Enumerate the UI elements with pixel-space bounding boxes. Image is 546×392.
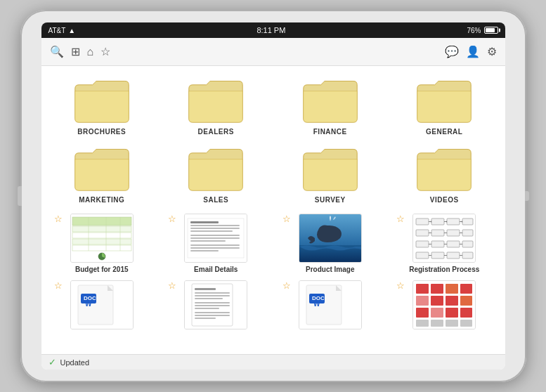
folder-marketing[interactable]: MARKETING: [48, 145, 156, 204]
svg-rect-37: [447, 230, 460, 236]
file-textdoc[interactable]: ☆: [162, 280, 270, 332]
file-doc1[interactable]: ☆ DOC W: [48, 280, 156, 332]
settings-icon[interactable]: ⚙: [487, 45, 497, 58]
file-name-product: Product Image: [306, 266, 354, 273]
svg-rect-21: [190, 250, 219, 251]
svg-rect-80: [431, 284, 443, 294]
folder-icon-sales: [188, 145, 244, 192]
folder-brochures[interactable]: BROCHURES: [48, 77, 156, 136]
svg-rect-70: [195, 312, 230, 313]
svg-rect-20: [190, 247, 240, 249]
folder-finance[interactable]: FINANCE: [277, 77, 384, 136]
svg-rect-2: [72, 226, 131, 232]
svg-rect-51: [447, 252, 460, 259]
folder-videos[interactable]: VIDEOS: [391, 145, 498, 204]
status-left: AT&T ▲: [48, 27, 76, 34]
svg-rect-13: [190, 225, 240, 226]
star-icon-registration[interactable]: ☆: [396, 214, 405, 224]
svg-rect-5: [72, 245, 131, 251]
battery-pct: 76%: [467, 27, 481, 34]
svg-rect-15: [190, 230, 233, 232]
star-icon-textdoc[interactable]: ☆: [168, 280, 176, 291]
svg-rect-69: [195, 308, 219, 309]
folder-label-sales: SALES: [203, 196, 228, 204]
folder-icon-videos: [416, 145, 472, 192]
file-calendar[interactable]: ☆: [391, 280, 498, 332]
file-email[interactable]: ☆: [162, 214, 270, 273]
file-product-image[interactable]: ☆: [277, 214, 384, 273]
carrier-label: AT&T: [48, 27, 66, 34]
svg-rect-49: [416, 252, 429, 259]
status-bar: AT&T ▲ 8:11 PM 76%: [41, 22, 505, 38]
svg-rect-82: [460, 284, 472, 294]
file-doc2[interactable]: ☆ DOC W: [277, 280, 384, 332]
home-icon[interactable]: ⌂: [87, 46, 94, 58]
ipad-screen: AT&T ▲ 8:11 PM 76% 🔍 ⊞ ⌂ ☆ 💬 👤 ⚙: [41, 22, 505, 370]
svg-rect-45: [462, 241, 473, 247]
people-icon[interactable]: 👤: [466, 45, 480, 58]
svg-rect-19: [190, 244, 240, 246]
folder-survey[interactable]: SURVEY: [277, 145, 384, 204]
toolbar-left: 🔍 ⊞ ⌂ ☆: [50, 45, 111, 58]
file-grid-row2: ☆ DOC W: [48, 280, 498, 332]
check-icon: ✓: [48, 357, 56, 367]
file-thumb-calendar: [412, 280, 476, 329]
svg-text:W: W: [85, 300, 92, 308]
file-thumb-textdoc: [184, 280, 247, 329]
volume-button[interactable]: [18, 186, 22, 206]
folder-icon-marketing: [74, 145, 130, 192]
svg-rect-36: [431, 230, 444, 236]
file-thumb-registration: [412, 214, 476, 263]
svg-rect-72: [195, 318, 216, 319]
folder-icon-finance: [302, 77, 358, 124]
svg-rect-87: [416, 308, 429, 318]
folder-dealers[interactable]: DEALERS: [162, 77, 270, 136]
star-icon-doc1[interactable]: ☆: [54, 280, 63, 291]
star-icon-calendar[interactable]: ☆: [396, 280, 405, 291]
svg-rect-94: [460, 320, 472, 327]
svg-rect-67: [195, 302, 230, 303]
folder-sales[interactable]: SALES: [162, 145, 270, 204]
svg-rect-93: [446, 320, 458, 327]
file-name-registration: Registration Process: [409, 266, 479, 273]
svg-rect-14: [190, 228, 240, 229]
folder-label-marketing: MARKETING: [79, 196, 124, 204]
search-icon[interactable]: 🔍: [50, 45, 64, 58]
svg-rect-43: [431, 241, 444, 247]
folder-icon-brochures: [74, 77, 130, 124]
file-name-email: Email Details: [194, 266, 238, 273]
bookmark-icon[interactable]: ☆: [100, 45, 110, 58]
folder-icon-dealers: [188, 77, 244, 124]
svg-rect-83: [416, 296, 429, 306]
folder-label-brochures: BROCHURES: [77, 128, 126, 136]
svg-rect-79: [416, 284, 429, 294]
folder-label-general: GENERAL: [426, 128, 462, 136]
star-icon-product[interactable]: ☆: [282, 214, 291, 224]
power-button[interactable]: [525, 191, 529, 201]
status-bottom-bar: ✓ Updated: [41, 354, 505, 370]
star-icon-email[interactable]: ☆: [168, 214, 176, 224]
svg-rect-88: [431, 308, 443, 318]
svg-rect-27: [447, 218, 460, 225]
folder-icon-general: [416, 77, 472, 124]
folder-general[interactable]: GENERAL: [391, 77, 498, 136]
wifi-icon: ▲: [68, 27, 75, 34]
chat-icon[interactable]: 💬: [445, 45, 459, 58]
svg-rect-84: [431, 296, 443, 306]
svg-rect-64: [195, 292, 230, 294]
svg-rect-17: [190, 237, 240, 239]
file-budget[interactable]: ☆: [48, 214, 156, 273]
svg-rect-65: [195, 295, 230, 296]
folder-label-survey: SURVEY: [315, 196, 346, 204]
svg-rect-3: [72, 233, 131, 238]
folder-label-finance: FINANCE: [313, 128, 347, 136]
svg-rect-86: [460, 296, 472, 306]
time-label: 8:11 PM: [256, 26, 285, 34]
folder-label-dealers: DEALERS: [198, 128, 234, 136]
file-registration[interactable]: ☆: [391, 214, 498, 273]
star-icon-doc2: ☆: [282, 280, 291, 291]
file-thumb-email: [184, 214, 247, 263]
grid-icon[interactable]: ⊞: [71, 45, 80, 58]
star-icon-budget[interactable]: ☆: [54, 214, 63, 224]
toolbar: 🔍 ⊞ ⌂ ☆ 💬 👤 ⚙: [41, 38, 505, 66]
